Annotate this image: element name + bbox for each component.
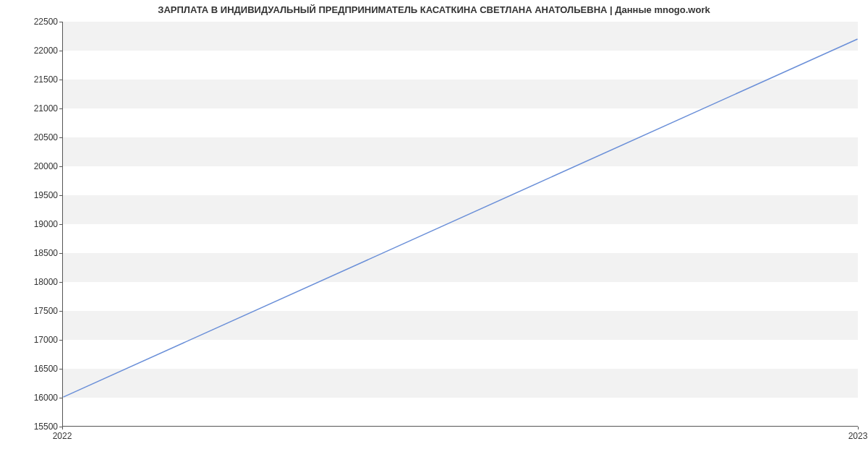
line-layer — [63, 22, 858, 426]
y-tick-mark — [59, 282, 62, 283]
chart: ЗАРПЛАТА В ИНДИВИДУАЛЬНЫЙ ПРЕДПРИНИМАТЕЛ… — [0, 0, 868, 470]
y-tick-mark — [59, 224, 62, 225]
y-tick-mark — [59, 398, 62, 398]
y-tick-label: 17500 — [0, 306, 58, 316]
y-tick-mark — [59, 369, 62, 369]
y-tick-label: 16000 — [0, 393, 58, 403]
x-tick-label: 2023 — [848, 431, 868, 441]
y-tick-mark — [59, 340, 62, 341]
x-tick-mark — [62, 427, 63, 430]
y-tick-mark — [59, 137, 62, 138]
y-tick-label: 15500 — [0, 422, 58, 432]
y-tick-mark — [59, 51, 62, 51]
y-tick-label: 22000 — [0, 46, 58, 56]
x-tick-mark — [858, 427, 859, 430]
y-tick-label: 21000 — [0, 103, 58, 114]
y-tick-mark — [59, 108, 62, 109]
y-tick-mark — [59, 311, 62, 312]
y-tick-mark — [59, 195, 62, 196]
y-tick-label: 16500 — [0, 364, 58, 374]
y-tick-label: 17000 — [0, 335, 58, 345]
y-tick-label: 18000 — [0, 277, 58, 287]
series-line — [63, 39, 857, 397]
y-tick-label: 21500 — [0, 74, 58, 85]
y-tick-mark — [59, 80, 62, 80]
y-tick-label: 18500 — [0, 248, 58, 258]
y-tick-label: 20000 — [0, 161, 58, 171]
y-tick-label: 22500 — [0, 17, 58, 27]
x-tick-label: 2022 — [53, 431, 72, 441]
y-tick-label: 20500 — [0, 132, 58, 142]
plot-area — [62, 22, 858, 427]
y-tick-mark — [59, 166, 62, 167]
y-tick-label: 19000 — [0, 219, 58, 229]
y-tick-label: 19500 — [0, 190, 58, 200]
y-tick-mark — [59, 253, 62, 254]
chart-title: ЗАРПЛАТА В ИНДИВИДУАЛЬНЫЙ ПРЕДПРИНИМАТЕЛ… — [0, 4, 868, 15]
y-tick-mark — [59, 22, 62, 22]
